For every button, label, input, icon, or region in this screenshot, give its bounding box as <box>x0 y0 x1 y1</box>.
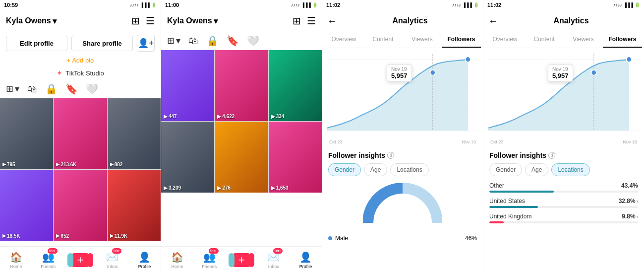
shop-icon-2[interactable]: 🛍 <box>188 35 198 47</box>
inbox-badge-container-2: ✉️ 99+ <box>267 251 280 263</box>
analytics-title-3: Analytics <box>342 16 478 25</box>
info-icon-3[interactable]: ℹ <box>387 152 394 159</box>
feed-thumb-6[interactable]: ▶ 1,653 <box>269 122 322 193</box>
time-2: 11:00 <box>165 2 179 8</box>
nav-profile-1[interactable]: 👤 Profile <box>128 247 161 273</box>
tab-content-3[interactable]: Content <box>363 32 403 48</box>
location-name-uk: United Kingdom <box>489 213 531 220</box>
grid-icon-2: ⊞ <box>167 35 175 46</box>
edit-profile-button[interactable]: Edit profile <box>6 36 67 51</box>
nav-profile-2[interactable]: 👤 Profile <box>290 247 322 273</box>
location-pct-uk: 9.8% › <box>622 213 638 220</box>
feed-thumb-4[interactable]: ▶ 3,209 <box>161 122 214 193</box>
followers-chart-4: Nov 19 5,957 Oct 23 Nov 19 <box>483 48 644 146</box>
tab-overview-3[interactable]: Overview <box>324 32 363 48</box>
status-icons-2: ♪♪♪♪ ▐▐▐ 🔋 <box>291 2 318 7</box>
friends-badge-container: 👥 99+ <box>42 251 55 263</box>
grid-view-dropdown[interactable]: ⊞ ▾ <box>6 83 19 94</box>
feed-thumb-2[interactable]: ▶ 4,622 <box>215 50 268 121</box>
chart-svg-3 <box>327 54 478 138</box>
video-thumb-3[interactable]: ▶ 882 <box>108 98 161 169</box>
add-bio[interactable]: + Add bio <box>0 55 161 66</box>
tab-overview-4[interactable]: Overview <box>485 32 525 48</box>
share-profile-button[interactable]: Share profile <box>71 36 133 51</box>
chart-x-labels-4: Oct 23 Nov 19 <box>488 138 639 144</box>
insight-tab-age-3[interactable]: Age <box>364 163 387 176</box>
location-item-us[interactable]: United States 32.8% › <box>489 198 638 208</box>
insight-tab-age-4[interactable]: Age <box>525 163 548 176</box>
video-thumb-4[interactable]: ▶ 18.5K <box>0 170 53 241</box>
shop-icon[interactable]: 🛍 <box>27 83 37 95</box>
video-grid-1: ▶ 795 ▶ 213.6K ▶ 882 <box>0 98 161 241</box>
inbox-badge: 99+ <box>112 248 122 254</box>
create-plus-button[interactable]: + <box>70 253 90 267</box>
analytics-tabs-3: Overview Content Viewers Followers <box>322 32 483 48</box>
nav-home-2[interactable]: 🏠 Home <box>161 247 193 273</box>
location-item-uk[interactable]: United Kingdom 9.8% › <box>489 213 638 223</box>
panel-3-content: 11:02 ♪♪♪♪ ▐▐▐ 🔋 ← Analytics Overview Co… <box>322 0 483 246</box>
location-list-4: Other 43.4% United States 32.8% › <box>483 178 644 232</box>
tab-content-4[interactable]: Content <box>525 32 564 48</box>
nav-friends-1[interactable]: 👥 99+ Friends <box>32 247 64 273</box>
friends-badge-container-2: 👥 99+ <box>203 251 216 263</box>
bookmark-icon-2[interactable]: 🔖 <box>227 35 239 47</box>
nav-friends-2[interactable]: 👥 99+ Friends <box>193 247 226 273</box>
svg-point-13 <box>591 70 596 75</box>
lock-icon-2[interactable]: 🔒 <box>206 35 219 47</box>
tab-followers-4[interactable]: Followers <box>603 32 642 48</box>
time-1: 10:59 <box>4 2 18 8</box>
back-button-3[interactable]: ← <box>327 15 337 27</box>
bookmark-icon[interactable]: 🔖 <box>65 83 78 95</box>
feed-thumb-3[interactable]: ▶ 334 <box>269 50 322 121</box>
tiktok-studio-link[interactable]: ✦ TikTok Studio <box>0 66 161 80</box>
nav-create-2[interactable]: + <box>226 253 258 267</box>
add-content-icon[interactable]: ⊞ <box>131 15 140 27</box>
insight-tab-locations-4[interactable]: Locations <box>551 163 589 176</box>
tab-followers-3[interactable]: Followers <box>442 32 481 48</box>
signal-3: ▐▐▐ <box>463 2 472 7</box>
back-button-4[interactable]: ← <box>488 15 498 27</box>
insight-tab-gender-4[interactable]: Gender <box>489 163 522 176</box>
panel-profile: 10:59 ♪♪♪♪ ▐▐▐ 🔋 Kyla Owens ▾ ⊞ ☰ Edit p… <box>0 0 161 273</box>
lock-icon[interactable]: 🔒 <box>45 83 58 95</box>
analytics-header-3: ← Analytics <box>322 10 483 32</box>
location-bar-bg-uk <box>489 221 638 223</box>
create-plus-button-2[interactable]: + <box>232 253 251 267</box>
location-bar-uk <box>489 221 504 223</box>
menu-icon[interactable]: ☰ <box>146 15 155 27</box>
play-icon: ▶ <box>217 185 221 191</box>
info-icon-4[interactable]: ℹ <box>548 152 555 159</box>
chart-container-4: Nov 19 5,957 <box>488 54 639 138</box>
location-bar-bg-us <box>489 206 638 208</box>
nav-create-1[interactable]: + <box>64 253 97 267</box>
time-4: 11:02 <box>487 2 501 8</box>
heart-icon[interactable]: 🤍 <box>86 83 98 95</box>
insight-tab-gender-3[interactable]: Gender <box>328 163 361 176</box>
video-thumb-5[interactable]: ▶ 652 <box>54 170 107 241</box>
feed-count-6: ▶ 1,653 <box>271 185 289 191</box>
battery-icon-1: 🔋 <box>151 2 157 7</box>
insights-section-4: Follower insights ℹ Gender Age Locations <box>483 146 644 178</box>
tab-viewers-4[interactable]: Viewers <box>564 32 603 48</box>
nav-inbox-1[interactable]: ✉️ 99+ Inbox <box>96 247 128 273</box>
nav-home-1[interactable]: 🏠 Home <box>0 247 32 273</box>
menu-icon-2[interactable]: ☰ <box>307 15 316 27</box>
play-icon: ▶ <box>56 233 59 238</box>
grid-view-dropdown-2[interactable]: ⊞ ▾ <box>167 35 180 46</box>
video-thumb-1[interactable]: ▶ 795 <box>0 98 53 169</box>
tab-viewers-3[interactable]: Viewers <box>403 32 442 48</box>
feed-thumb-5[interactable]: ▶ 276 <box>215 122 268 193</box>
insight-tab-locations-3[interactable]: Locations <box>390 163 428 176</box>
panel-2-content: 11:00 ♪♪♪♪ ▐▐▐ 🔋 Kyla Owens ▾ ⊞ ☰ ⊞ ▾ 🛍 <box>161 0 322 246</box>
donut-svg-3 <box>363 183 442 228</box>
feed-thumb-1[interactable]: ▶ 447 <box>161 50 214 121</box>
video-thumb-2[interactable]: ▶ 213.6K <box>54 98 107 169</box>
gender-row-male: Male 46% <box>328 235 477 242</box>
add-content-icon-2[interactable]: ⊞ <box>293 15 301 27</box>
add-follow-button[interactable]: 👤+ <box>137 35 155 52</box>
play-icon: ▶ <box>164 185 168 191</box>
nav-inbox-2[interactable]: ✉️ 99+ Inbox <box>257 247 290 273</box>
heart-icon-2[interactable]: 🤍 <box>247 35 259 47</box>
video-thumb-6[interactable]: ▶ 11.9K <box>108 170 161 241</box>
chevron-down-icon-2: ▾ <box>214 16 218 26</box>
